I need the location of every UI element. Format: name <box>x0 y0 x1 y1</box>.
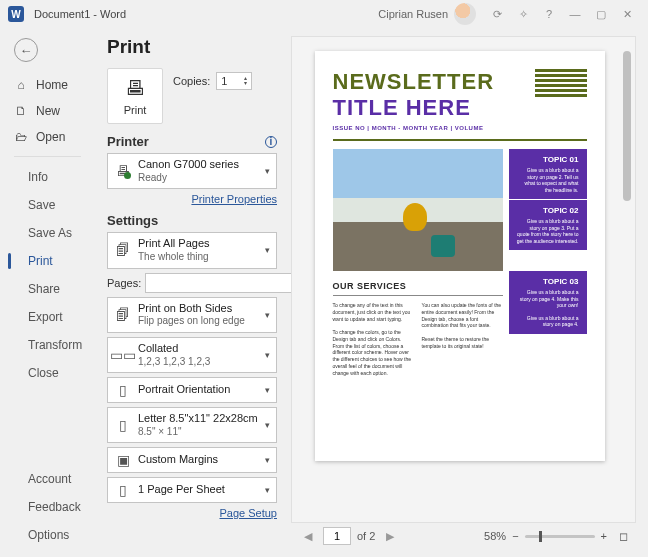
sheet-icon: ▯ <box>114 482 132 498</box>
chevron-down-icon: ▾ <box>265 455 270 465</box>
portrait-icon: ▯ <box>114 382 132 398</box>
page-setup-link[interactable]: Page Setup <box>107 507 277 519</box>
paper-size-dropdown[interactable]: ▯ Letter 8.5"x11" 22x28cm8.5" × 11" ▾ <box>107 407 277 443</box>
newsletter-title-1: NEWSLETTER <box>333 69 495 95</box>
new-doc-icon: 🗋 <box>14 104 28 118</box>
sync-icon[interactable]: ⟳ <box>484 3 510 25</box>
maximize-icon[interactable]: ▢ <box>588 3 614 25</box>
margins-icon: ▣ <box>114 452 132 468</box>
open-folder-icon: 🗁 <box>14 130 28 144</box>
nav-close[interactable]: Close <box>0 359 95 387</box>
chevron-down-icon: ▾ <box>265 385 270 395</box>
printer-status: Ready <box>138 172 259 185</box>
nav-save-as[interactable]: Save As <box>0 219 95 247</box>
pages-input[interactable] <box>145 273 293 293</box>
zoom-in-button[interactable]: + <box>601 530 607 542</box>
printer-properties-link[interactable]: Printer Properties <box>107 193 277 205</box>
zoom-slider[interactable] <box>525 535 595 538</box>
decorative-bars <box>535 69 587 97</box>
topic-card-1: TOPIC 01Give us a blurb about a story on… <box>509 149 587 199</box>
printer-name: Canon G7000 series <box>138 158 259 172</box>
nav-label: Home <box>36 78 68 92</box>
settings-header: Settings <box>107 213 158 228</box>
issue-line: ISSUE NO | MONTH - MONTH YEAR | VOLUME <box>333 125 587 131</box>
copies-label: Copies: <box>173 75 210 87</box>
chevron-down-icon: ▾ <box>265 350 270 360</box>
services-heading: OUR SERVICES <box>333 281 503 291</box>
nav-options[interactable]: Options <box>0 521 95 549</box>
pages-per-sheet-dropdown[interactable]: ▯ 1 Page Per Sheet ▾ <box>107 477 277 503</box>
collate-dropdown[interactable]: ▭▭ Collated1,2,3 1,2,3 1,2,3 ▾ <box>107 337 277 373</box>
home-icon: ⌂ <box>14 78 28 92</box>
help-icon[interactable]: ? <box>536 3 562 25</box>
next-page-button[interactable]: ▶ <box>381 530 399 543</box>
printer-dropdown[interactable]: 🖶 Canon G7000 seriesReady ▾ <box>107 153 277 189</box>
chevron-down-icon: ▾ <box>265 420 270 430</box>
user-name: Ciprian Rusen <box>378 8 448 20</box>
fit-page-button[interactable]: ◻ <box>619 530 628 543</box>
orientation-dropdown[interactable]: ▯ Portrait Orientation ▾ <box>107 377 277 403</box>
copies-value: 1 <box>221 75 227 87</box>
chevron-down-icon: ▾ <box>265 166 270 176</box>
duplex-icon: 🗐 <box>114 307 132 323</box>
collate-icon: ▭▭ <box>114 347 132 363</box>
chevron-down-icon: ▾ <box>265 245 270 255</box>
app-icon: W <box>8 6 24 22</box>
page-title: Print <box>107 36 277 58</box>
nav-feedback[interactable]: Feedback <box>0 493 95 521</box>
print-button[interactable]: 🖶 Print <box>107 68 163 124</box>
notifications-icon[interactable]: ✧ <box>510 3 536 25</box>
preview-page: NEWSLETTER TITLE HERE ISSUE NO | MONTH -… <box>315 51 605 461</box>
pages-label: Pages: <box>107 277 141 289</box>
nav-home[interactable]: ⌂Home <box>0 72 95 98</box>
close-icon[interactable]: ✕ <box>614 3 640 25</box>
nav-print[interactable]: Print <box>0 247 95 275</box>
print-range-dropdown[interactable]: 🗐 Print All PagesThe whole thing ▾ <box>107 232 277 268</box>
margins-dropdown[interactable]: ▣ Custom Margins ▾ <box>107 447 277 473</box>
zoom-out-button[interactable]: − <box>512 530 518 542</box>
printer-info-icon[interactable]: i <box>265 136 277 148</box>
topic-card-3: TOPIC 03 Give us a blurb about a story o… <box>509 271 587 334</box>
preview-scrollbar[interactable] <box>623 51 631 508</box>
prev-page-button[interactable]: ◀ <box>299 530 317 543</box>
chevron-down-icon: ▾ <box>265 310 270 320</box>
nav-open[interactable]: 🗁Open <box>0 124 95 150</box>
printer-header: Printer <box>107 134 149 149</box>
nav-export[interactable]: Export <box>0 303 95 331</box>
pages-icon: 🗐 <box>114 242 132 258</box>
zoom-value: 58% <box>484 530 506 542</box>
newsletter-title-2: TITLE HERE <box>333 95 495 121</box>
minimize-icon[interactable]: — <box>562 3 588 25</box>
nav-new[interactable]: 🗋New <box>0 98 95 124</box>
nav-label: Open <box>36 130 65 144</box>
print-button-label: Print <box>124 104 147 116</box>
copies-spinner[interactable]: 1 ▴▾ <box>216 72 252 90</box>
nav-account[interactable]: Account <box>0 465 95 493</box>
nav-info[interactable]: Info <box>0 163 95 191</box>
current-page-input[interactable] <box>323 527 351 545</box>
nav-transform[interactable]: Transform <box>0 331 95 359</box>
preview-canvas: NEWSLETTER TITLE HERE ISSUE NO | MONTH -… <box>291 36 636 523</box>
page-total: of 2 <box>357 530 375 542</box>
paper-icon: ▯ <box>114 417 132 433</box>
duplex-dropdown[interactable]: 🗐 Print on Both SidesFlip pages on long … <box>107 297 277 333</box>
hero-image <box>333 149 503 271</box>
chevron-down-icon: ▾ <box>265 485 270 495</box>
back-button[interactable]: ← <box>14 38 38 62</box>
nav-label: New <box>36 104 60 118</box>
nav-share[interactable]: Share <box>0 275 95 303</box>
topic-card-2: TOPIC 02Give us a blurb about a story on… <box>509 200 587 250</box>
printer-icon: 🖶 <box>125 77 145 100</box>
printer-device-icon: 🖶 <box>114 163 132 179</box>
document-title: Document1 - Word <box>34 8 126 20</box>
nav-save[interactable]: Save <box>0 191 95 219</box>
user-avatar[interactable] <box>454 3 476 25</box>
